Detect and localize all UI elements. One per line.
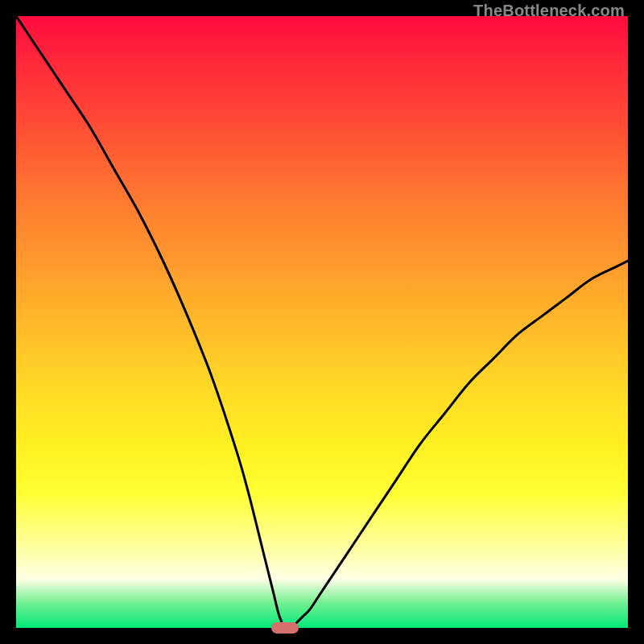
chart-frame: TheBottleneck.com [0,0,644,644]
minimum-marker [271,622,299,634]
plot-gradient-area [16,16,628,628]
